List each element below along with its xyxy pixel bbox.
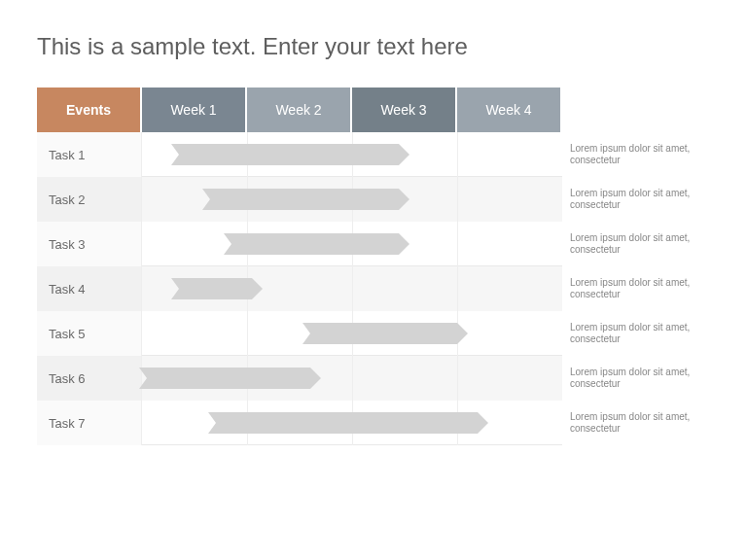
gantt-gridline	[457, 132, 458, 177]
gantt-row-note: Lorem ipsum dolor sit amet, consectetur	[570, 356, 710, 401]
gantt-gridline	[352, 266, 353, 311]
gantt-row-body	[142, 266, 562, 311]
gantt-row: Task 4	[37, 266, 562, 311]
gantt-row-note: Lorem ipsum dolor sit amet, consectetur	[570, 401, 710, 445]
gantt-bar	[179, 278, 252, 299]
gantt-gridline	[352, 356, 353, 401]
slide: This is a sample text. Enter your text h…	[0, 0, 747, 560]
gantt-row: Task 5	[37, 311, 562, 356]
gantt-header-week3: Week 3	[352, 88, 457, 132]
gantt-row-body	[142, 311, 562, 356]
gantt-row-note: Lorem ipsum dolor sit amet, consectetur	[570, 132, 710, 177]
gantt-header-row: Events Week 1 Week 2 Week 3 Week 4	[37, 88, 562, 132]
gantt-bar	[210, 189, 399, 210]
gantt-row-label: Task 7	[37, 401, 142, 445]
gantt-row-body	[142, 356, 562, 401]
gantt-row-note: Lorem ipsum dolor sit amet, consectetur	[570, 222, 710, 266]
gantt-row-label: Task 5	[37, 311, 142, 356]
gantt-bar	[147, 368, 309, 389]
gantt-row-body	[142, 401, 562, 445]
gantt-row-note: Lorem ipsum dolor sit amet, consectetur	[570, 311, 710, 356]
gantt-row-label: Task 4	[37, 266, 142, 311]
gantt-row: Task 2	[37, 177, 562, 222]
gantt-row-label: Task 2	[37, 177, 142, 222]
gantt-gridline	[247, 311, 248, 356]
gantt-header-week1: Week 1	[142, 88, 247, 132]
gantt-grid: Events Week 1 Week 2 Week 3 Week 4 Task …	[37, 88, 562, 445]
gantt-chart: Events Week 1 Week 2 Week 3 Week 4 Task …	[37, 88, 710, 445]
slide-title: This is a sample text. Enter your text h…	[37, 33, 710, 60]
gantt-row-body	[142, 132, 562, 177]
gantt-row-label: Task 3	[37, 222, 142, 266]
gantt-header-week2: Week 2	[247, 88, 352, 132]
gantt-header-week4: Week 4	[457, 88, 562, 132]
gantt-row-note: Lorem ipsum dolor sit amet, consectetur	[570, 177, 710, 222]
gantt-gridline	[457, 177, 458, 222]
gantt-gridline	[457, 356, 458, 401]
gantt-row-note: Lorem ipsum dolor sit amet, consectetur	[570, 266, 710, 311]
gantt-header-events: Events	[37, 88, 142, 132]
gantt-row: Task 6	[37, 356, 562, 401]
gantt-row-label: Task 1	[37, 132, 142, 177]
gantt-row: Task 7	[37, 401, 562, 445]
gantt-gridline	[457, 222, 458, 266]
gantt-row-body	[142, 222, 562, 266]
gantt-notes-column: Lorem ipsum dolor sit amet, consecteturL…	[562, 88, 710, 445]
gantt-rows: Task 1Task 2Task 3Task 4Task 5Task 6Task…	[37, 132, 562, 445]
gantt-row: Task 1	[37, 132, 562, 177]
gantt-bar	[216, 412, 479, 434]
gantt-row: Task 3	[37, 222, 562, 266]
gantt-row-body	[142, 177, 562, 222]
gantt-bar	[310, 323, 457, 344]
gantt-gridline	[457, 266, 458, 311]
gantt-bar	[231, 233, 400, 255]
gantt-bar	[179, 144, 400, 165]
gantt-row-label: Task 6	[37, 356, 142, 401]
